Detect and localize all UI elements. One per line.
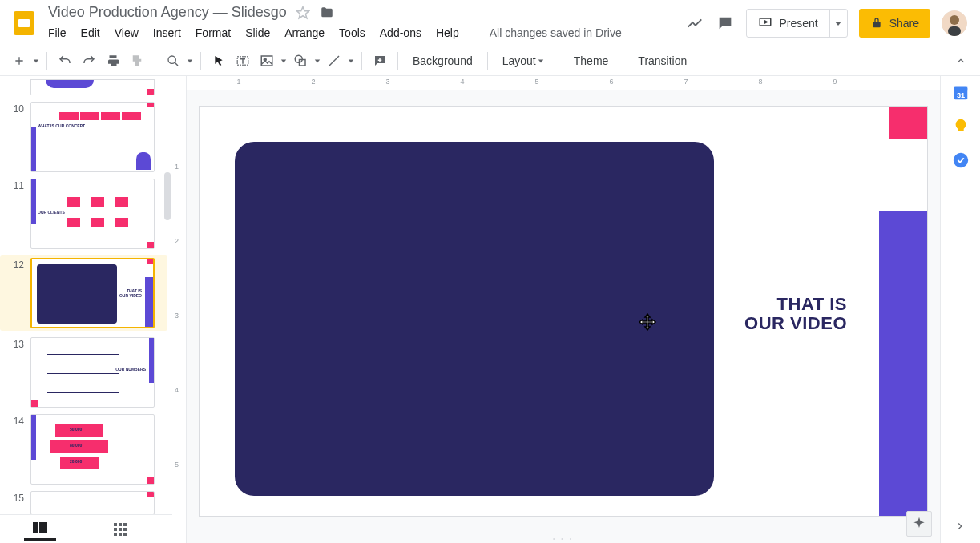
- toolbar-separator: [200, 52, 201, 70]
- textbox-tool[interactable]: [232, 50, 254, 72]
- header: Video Production Agency — Slidesgo File …: [0, 0, 980, 46]
- menu-addons[interactable]: Add-ons: [380, 26, 421, 39]
- menu-insert[interactable]: Insert: [153, 26, 181, 39]
- menu-view[interactable]: View: [115, 26, 139, 39]
- svg-line-11: [175, 62, 178, 66]
- svg-marker-34: [639, 314, 655, 330]
- svg-rect-32: [119, 533, 122, 536]
- move-cursor-icon: [639, 313, 656, 331]
- slides-logo[interactable]: [8, 7, 40, 39]
- keep-icon[interactable]: [952, 118, 970, 135]
- menu-tools[interactable]: Tools: [339, 26, 365, 39]
- svg-rect-24: [39, 522, 47, 533]
- slide-decor-pink-square[interactable]: [889, 107, 927, 139]
- svg-rect-1: [18, 19, 30, 27]
- theme-button[interactable]: Theme: [566, 50, 617, 72]
- comments-icon[interactable]: [716, 14, 735, 33]
- activity-icon[interactable]: [685, 14, 704, 33]
- scrollbar-thumb[interactable]: [164, 172, 171, 220]
- svg-line-20: [329, 56, 339, 66]
- thumb-number: 14: [0, 414, 30, 427]
- line-tool[interactable]: [323, 50, 345, 72]
- svg-marker-12: [188, 59, 192, 62]
- print-button[interactable]: [102, 50, 124, 72]
- slide-canvas[interactable]: THAT IS OUR VIDEO: [200, 107, 927, 516]
- svg-rect-14: [261, 56, 272, 66]
- zoom-button[interactable]: [162, 50, 184, 72]
- shape-tool[interactable]: [289, 50, 312, 72]
- star-icon[interactable]: [295, 5, 311, 21]
- new-slide-dropdown[interactable]: [32, 58, 40, 64]
- svg-rect-23: [33, 522, 38, 533]
- slide-thumbnail[interactable]: 50,000 80,000 20,000: [30, 414, 155, 485]
- tasks-icon[interactable]: [952, 151, 970, 169]
- collapse-toolbar-button[interactable]: [950, 50, 972, 72]
- doc-title[interactable]: Video Production Agency — Slidesgo: [48, 4, 287, 21]
- save-status[interactable]: All changes saved in Drive: [490, 26, 622, 39]
- shape-dropdown[interactable]: [313, 58, 321, 64]
- slide-thumbnail[interactable]: [30, 79, 155, 95]
- toolbar-separator: [46, 52, 47, 70]
- menu-file[interactable]: File: [48, 26, 67, 39]
- image-dropdown[interactable]: [280, 58, 288, 64]
- select-tool[interactable]: [208, 50, 230, 72]
- image-tool[interactable]: [256, 50, 278, 72]
- filmstrip[interactable]: 10 WHAT IS OUR CONCEPT 11 OUR CLIENTS: [0, 76, 172, 543]
- svg-rect-27: [123, 523, 127, 526]
- folder-icon[interactable]: [319, 5, 335, 21]
- menu-help[interactable]: Help: [436, 26, 459, 39]
- paint-format-button[interactable]: [126, 50, 148, 72]
- line-dropdown[interactable]: [347, 58, 355, 64]
- slide-thumbnail[interactable]: WHAT IS OUR CONCEPT: [30, 102, 155, 172]
- svg-rect-31: [114, 533, 117, 536]
- menu-slide[interactable]: Slide: [245, 26, 270, 39]
- present-dropdown[interactable]: [829, 10, 847, 37]
- transition-button[interactable]: Transition: [630, 50, 695, 72]
- slide-thumbnail[interactable]: OUR CLIENTS: [30, 179, 155, 249]
- slide-viewport[interactable]: THAT IS OUR VIDEO • • •: [187, 90, 940, 543]
- horizontal-ruler[interactable]: 1 2 3 4 5 6 7 8 9: [187, 76, 940, 90]
- background-button[interactable]: Background: [405, 50, 481, 72]
- calendar-icon[interactable]: 31: [952, 84, 970, 102]
- svg-point-10: [168, 56, 175, 63]
- present-label: Present: [779, 17, 817, 30]
- svg-marker-21: [349, 59, 353, 62]
- body: 10 WHAT IS OUR CONCEPT 11 OUR CLIENTS: [0, 76, 980, 543]
- present-button[interactable]: Present: [747, 10, 829, 37]
- grid-view-button[interactable]: [104, 518, 136, 541]
- toolbar-separator: [623, 52, 623, 70]
- zoom-dropdown[interactable]: [186, 58, 194, 64]
- slide-thumbnail-selected[interactable]: THAT ISOUR VIDEO: [30, 258, 155, 328]
- slide-thumbnail[interactable]: [30, 491, 155, 515]
- toolbar-separator: [155, 52, 155, 70]
- layout-button[interactable]: Layout: [494, 50, 552, 72]
- svg-marker-4: [765, 21, 768, 23]
- svg-rect-8: [948, 26, 961, 36]
- thumb-number: 10: [0, 102, 30, 115]
- vertical-ruler[interactable]: 1 2 3 4 5: [172, 90, 187, 543]
- redo-button[interactable]: [78, 50, 100, 72]
- slide-title-text[interactable]: THAT IS OUR VIDEO: [744, 295, 847, 333]
- slide-decor-purple-column[interactable]: [879, 211, 927, 516]
- account-avatar[interactable]: [942, 10, 967, 36]
- slide-thumbnail[interactable]: OUR NUMBERS: [30, 337, 155, 408]
- explore-button[interactable]: [906, 511, 932, 537]
- toolbar-separator: [361, 52, 362, 70]
- new-slide-button[interactable]: [8, 50, 30, 72]
- menu-format[interactable]: Format: [196, 26, 231, 39]
- filmstrip-view-button[interactable]: [24, 518, 56, 541]
- menu-edit[interactable]: Edit: [81, 26, 100, 39]
- toolbar-separator: [559, 52, 559, 70]
- share-button[interactable]: Share: [859, 9, 930, 38]
- side-panel: 31: [940, 76, 980, 543]
- svg-marker-19: [315, 59, 320, 62]
- speaker-notes-drag-handle[interactable]: • • •: [553, 536, 574, 541]
- svg-marker-16: [281, 59, 286, 62]
- undo-button[interactable]: [54, 50, 76, 72]
- menu-arrange[interactable]: Arrange: [284, 26, 325, 39]
- comment-button[interactable]: [369, 50, 391, 72]
- svg-rect-26: [119, 523, 122, 526]
- collapse-side-panel-button[interactable]: [951, 517, 969, 535]
- doc-meta: Video Production Agency — Slidesgo File …: [48, 4, 685, 42]
- filmstrip-scrollbar[interactable]: [161, 76, 172, 543]
